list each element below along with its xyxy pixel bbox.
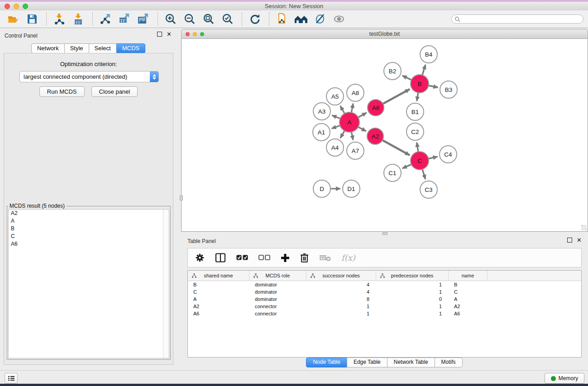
result-list-item[interactable]: A2	[9, 210, 169, 217]
open-file-button[interactable]	[6, 12, 20, 26]
app-titlebar[interactable]: Session: New Session	[0, 2, 588, 11]
run-mcds-button[interactable]: Run MCDS	[39, 86, 85, 97]
zoom-in-button[interactable]	[164, 12, 177, 26]
tab-edge-table[interactable]: Edge Table	[347, 357, 387, 367]
result-list-item[interactable]: A6	[9, 240, 169, 248]
node-B4[interactable]: B4	[420, 46, 437, 63]
vertical-splitter-handle[interactable]	[180, 195, 183, 200]
home-button[interactable]	[294, 12, 308, 26]
import-network-button[interactable]	[53, 12, 66, 26]
table-settings-button[interactable]	[195, 253, 205, 262]
tab-network-table[interactable]: Network Table	[387, 357, 435, 367]
svg-text:A8: A8	[352, 90, 359, 96]
node-A6[interactable]: A6	[368, 100, 384, 116]
node-B3[interactable]: B3	[440, 81, 457, 98]
tab-node-table[interactable]: Node Table	[306, 357, 347, 367]
close-panel-button[interactable]: Close panel	[91, 86, 138, 97]
export-table-button[interactable]	[118, 12, 131, 26]
cell-MCDS-role: dominator	[249, 282, 306, 287]
list-scrollbar[interactable]	[163, 210, 169, 358]
import-table-button[interactable]	[72, 12, 85, 26]
node-A7[interactable]: A7	[347, 142, 364, 159]
session-from-network-button[interactable]	[275, 12, 289, 26]
mcds-result-list[interactable]: A2ABCA6	[8, 209, 169, 358]
main-toolbar	[0, 10, 588, 28]
node-A5[interactable]: A5	[326, 88, 344, 105]
node-B2[interactable]: B2	[384, 62, 401, 80]
node-C4[interactable]: C4	[440, 146, 457, 163]
export-network-button[interactable]	[99, 12, 112, 26]
delete-column-button[interactable]	[300, 253, 309, 262]
network-canvas[interactable]: B4B2BB3B1A5A8A6A3AA1A2C2A4A7CC4C1C3DD1	[181, 39, 588, 232]
node-A4[interactable]: A4	[326, 139, 344, 156]
criterion-dropdown[interactable]: largest connected component (directed)	[19, 71, 159, 82]
node-A8[interactable]: A8	[347, 84, 364, 101]
refresh-button[interactable]	[248, 12, 262, 26]
node-B[interactable]: B	[411, 75, 429, 93]
table-row[interactable]: Adominator80A	[188, 295, 581, 303]
result-list-item[interactable]: A	[9, 217, 169, 225]
node-B1[interactable]: B1	[406, 103, 424, 120]
cell-name: A	[449, 296, 488, 302]
memory-label: Memory	[559, 375, 578, 381]
tab-style[interactable]: Style	[64, 43, 89, 53]
table-header-row: shared nameMCDS rolesuccessor nodesprede…	[188, 271, 581, 281]
node-D1[interactable]: D1	[343, 180, 360, 197]
node-A2[interactable]: A2	[367, 128, 383, 144]
column-header-successor-nodes[interactable]: successor nodes	[306, 271, 376, 281]
zoom-fit-button[interactable]	[202, 12, 215, 26]
window-resize-grip[interactable]	[581, 225, 587, 230]
table-row[interactable]: A2connector11A2	[188, 303, 581, 310]
svg-text:C3: C3	[425, 186, 432, 193]
table-row[interactable]: Bdominator41B	[188, 281, 581, 288]
cell-predecessor-nodes: 1	[376, 311, 449, 316]
float-panel-icon[interactable]	[567, 238, 572, 243]
network-graph[interactable]: B4B2BB3B1A5A8A6A3AA1A2C2A4A7CC4C1C3DD1	[182, 39, 588, 231]
apply-function-button[interactable]: f(x)	[341, 253, 355, 262]
task-history-button[interactable]	[5, 373, 18, 384]
tab-mcds[interactable]: MCDS	[116, 43, 145, 53]
node-A[interactable]: A	[339, 112, 359, 132]
table-row[interactable]: A6connector11A6	[188, 310, 581, 317]
search-input[interactable]	[462, 15, 583, 23]
create-column-button[interactable]	[281, 253, 290, 262]
show-columns-button[interactable]	[215, 253, 226, 262]
node-C3[interactable]: C3	[420, 181, 437, 198]
column-header-shared-name[interactable]: shared name	[188, 271, 249, 281]
cell-predecessor-nodes: 1	[376, 282, 449, 287]
column-header-MCDS-role[interactable]: MCDS role	[249, 271, 306, 281]
deselect-all-button[interactable]	[258, 255, 270, 261]
tab-network[interactable]: Network	[31, 43, 65, 53]
delete-table-button[interactable]	[319, 254, 331, 262]
horizontal-splitter-handle[interactable]	[382, 232, 387, 235]
column-header-name[interactable]: name	[449, 271, 488, 281]
refresh-icon	[249, 13, 261, 25]
export-image-button[interactable]	[137, 12, 150, 26]
node-table[interactable]: shared nameMCDS rolesuccessor nodesprede…	[187, 270, 582, 357]
zoom-out-button[interactable]	[183, 12, 196, 26]
close-panel-icon[interactable]: ✕	[577, 238, 582, 243]
hide-graphics-details-button[interactable]	[313, 12, 327, 26]
network-window-titlebar[interactable]: testGlobe.txt	[181, 29, 588, 39]
memory-button[interactable]: Memory	[545, 373, 584, 384]
node-A3[interactable]: A3	[313, 103, 330, 120]
table-row[interactable]: Cdominator41C	[188, 288, 581, 295]
result-list-item[interactable]: B	[9, 225, 169, 233]
show-details-button[interactable]	[332, 12, 346, 26]
close-panel-icon[interactable]: ✕	[167, 32, 172, 37]
float-panel-icon[interactable]	[157, 32, 162, 37]
column-header-label: MCDS role	[266, 273, 290, 278]
node-D[interactable]: D	[313, 180, 330, 197]
search-box[interactable]	[451, 14, 583, 24]
column-header-predecessor-nodes[interactable]: predecessor nodes	[376, 271, 449, 281]
node-C[interactable]: C	[411, 152, 429, 170]
tab-select[interactable]: Select	[89, 43, 117, 53]
node-C2[interactable]: C2	[406, 123, 424, 140]
save-session-button[interactable]	[25, 12, 39, 26]
select-all-button[interactable]	[236, 255, 248, 261]
node-A1[interactable]: A1	[313, 124, 330, 141]
result-list-item[interactable]: C	[9, 233, 169, 240]
zoom-selected-button[interactable]	[221, 12, 234, 26]
node-C1[interactable]: C1	[384, 164, 401, 181]
tab-motifs[interactable]: Motifs	[435, 357, 463, 367]
